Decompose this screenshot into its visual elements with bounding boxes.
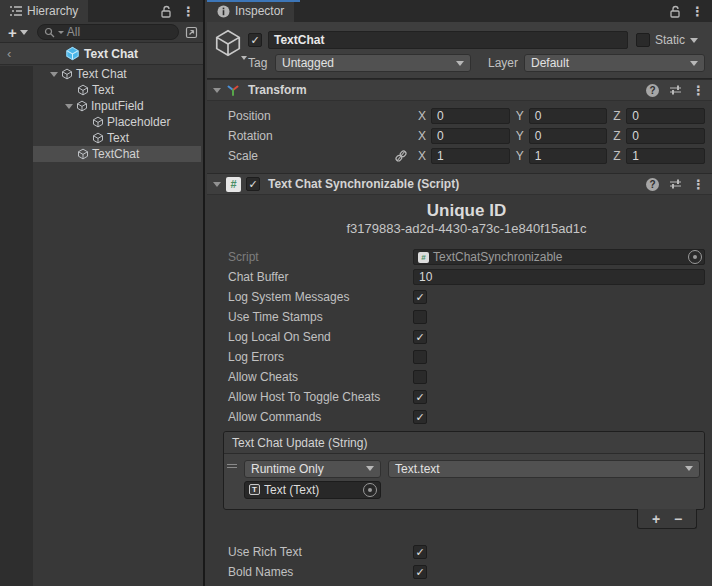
gameobject-name-field[interactable]: TextChat	[268, 31, 628, 49]
remove-event-button[interactable]: −	[674, 511, 682, 527]
unity-event-body: Runtime Only Text.text T Text (T	[224, 454, 704, 509]
position-x-field[interactable]: 0	[431, 108, 510, 124]
allow-commands-checkbox[interactable]: ✓	[413, 410, 427, 424]
tree-item-text-1[interactable]: Text	[0, 82, 201, 98]
tree-item-textchat-selected[interactable]: TextChat	[0, 146, 201, 162]
presets-icon[interactable]	[669, 178, 682, 190]
toggle-row-use-time-stamps: Use Time Stamps	[228, 307, 705, 327]
prefab-root-header[interactable]: Text Chat	[65, 46, 138, 61]
tab-hierarchy[interactable]: Hierarchy	[0, 0, 88, 22]
object-picker-icon[interactable]	[688, 250, 702, 264]
toggle-row-log-local-on-send: Log Local On Send ✓	[228, 327, 705, 347]
lock-icon[interactable]	[160, 5, 172, 18]
toggle-row-allow-host-to-toggle-cheats: Allow Host To Toggle Cheats ✓	[228, 387, 705, 407]
tab-inspector[interactable]: Inspector	[207, 0, 294, 22]
bold-names-checkbox[interactable]: ✓	[413, 565, 427, 579]
script-object-field[interactable]: # TextChatSynchronizable	[413, 249, 705, 265]
position-row: Position X0 Y0 Z0	[228, 106, 705, 126]
prefab-back-button[interactable]: ‹	[7, 46, 11, 61]
use-time-stamps-checkbox[interactable]	[413, 310, 427, 324]
check-icon: ✓	[415, 392, 424, 403]
tree-item-label: InputField	[91, 99, 144, 113]
scale-x-field[interactable]: 1	[431, 148, 510, 164]
allow-cheats-checkbox[interactable]	[413, 370, 427, 384]
log-local-on-send-checkbox[interactable]: ✓	[413, 330, 427, 344]
position-z-field[interactable]: 0	[626, 108, 705, 124]
tree-item-label: TextChat	[92, 147, 139, 161]
transform-title: Transform	[248, 83, 307, 97]
add-event-button[interactable]: +	[652, 511, 660, 527]
component-menu-icon[interactable]: ⋮	[692, 84, 705, 97]
info-icon	[217, 5, 230, 18]
transform-header[interactable]: Transform ? ⋮	[207, 79, 712, 101]
toggle-label: Log Local On Send	[228, 330, 413, 344]
component-menu-icon[interactable]: ⋮	[692, 178, 705, 191]
help-icon[interactable]: ?	[646, 84, 659, 97]
scale-y-field[interactable]: 1	[529, 148, 608, 164]
scale-label: Scale	[228, 149, 394, 163]
position-y-field[interactable]: 0	[529, 108, 608, 124]
gameobject-active-checkbox[interactable]: ✓	[248, 33, 262, 47]
hierarchy-menu-icon[interactable]: ⋮	[182, 5, 195, 18]
log-system-messages-checkbox[interactable]: ✓	[413, 290, 427, 304]
link-broken-icon[interactable]	[394, 149, 408, 163]
chevron-down-icon	[685, 466, 693, 471]
gameobject-cube-icon	[92, 132, 104, 144]
toggle-label: Log System Messages	[228, 290, 413, 304]
lock-icon[interactable]	[669, 5, 681, 18]
hierarchy-list-icon	[10, 6, 22, 16]
prefab-cube-icon	[65, 46, 80, 61]
search-value: All	[67, 25, 80, 39]
inspector-tab-label: Inspector	[235, 4, 284, 18]
hierarchy-search-input[interactable]: All	[37, 24, 179, 40]
search-scope-chevron-icon	[58, 31, 64, 34]
tree-item-label: Text	[92, 83, 114, 97]
rotation-z-field[interactable]: 0	[626, 128, 705, 144]
script-header[interactable]: # ✓ Text Chat Synchronizable (Script) ? …	[207, 173, 712, 195]
drag-handle-icon[interactable]	[227, 464, 237, 468]
layer-dropdown[interactable]: Default	[524, 54, 705, 72]
help-icon[interactable]: ?	[646, 178, 659, 191]
event-list-footer: + −	[637, 509, 697, 529]
tree-item-text-chat[interactable]: Text Chat	[0, 66, 201, 82]
csharp-script-icon: #	[226, 177, 241, 192]
static-chevron-down-icon[interactable]	[690, 38, 698, 43]
inspector-menu-icon[interactable]: ⋮	[691, 5, 704, 18]
script-field-label: Script	[228, 250, 413, 264]
foldout-open-icon[interactable]	[213, 88, 221, 93]
log-errors-checkbox[interactable]	[413, 350, 427, 364]
script-enabled-checkbox[interactable]: ✓	[246, 177, 260, 191]
chat-buffer-field[interactable]: 10	[413, 269, 705, 285]
foldout-open-icon[interactable]	[50, 72, 58, 77]
toggle-label: Bold Names	[228, 565, 413, 579]
rotation-x-field[interactable]: 0	[431, 128, 510, 144]
foldout-open-icon[interactable]	[65, 104, 73, 109]
add-gameobject-button[interactable]: +	[5, 24, 31, 41]
object-picker-icon[interactable]	[363, 483, 377, 497]
open-search-window-icon[interactable]	[185, 26, 198, 39]
presets-icon[interactable]	[669, 84, 682, 96]
gameobject-icon[interactable]	[213, 28, 243, 58]
static-checkbox[interactable]	[636, 33, 650, 47]
tree-item-placeholder[interactable]: Placeholder	[0, 114, 201, 130]
unity-event-box: Text Chat Update (String) Runtime Only T…	[223, 431, 705, 510]
foldout-open-icon[interactable]	[213, 182, 221, 187]
tree-item-text-2[interactable]: Text	[0, 130, 201, 146]
use-rich-text-checkbox[interactable]: ✓	[413, 545, 427, 559]
tag-dropdown[interactable]: Untagged	[275, 54, 471, 72]
check-icon: ✓	[415, 547, 424, 558]
check-icon: ✓	[415, 292, 424, 303]
check-icon: ✓	[248, 179, 257, 190]
event-function-dropdown[interactable]: Text.text	[388, 460, 700, 478]
toggle-row-bold-names: Bold Names ✓	[228, 562, 705, 582]
rotation-y-field[interactable]: 0	[529, 128, 608, 144]
event-mode-dropdown[interactable]: Runtime Only	[244, 460, 381, 478]
tree-item-inputfield[interactable]: InputField	[0, 98, 201, 114]
script-component: # ✓ Text Chat Synchronizable (Script) ? …	[207, 173, 712, 582]
axis-y-label: Y	[516, 109, 525, 123]
position-label: Position	[228, 109, 394, 123]
event-target-object-field[interactable]: T Text (Text)	[244, 481, 381, 499]
axis-z-label: Z	[613, 109, 622, 123]
scale-z-field[interactable]: 1	[626, 148, 705, 164]
allow-host-to-toggle-cheats-checkbox[interactable]: ✓	[413, 390, 427, 404]
